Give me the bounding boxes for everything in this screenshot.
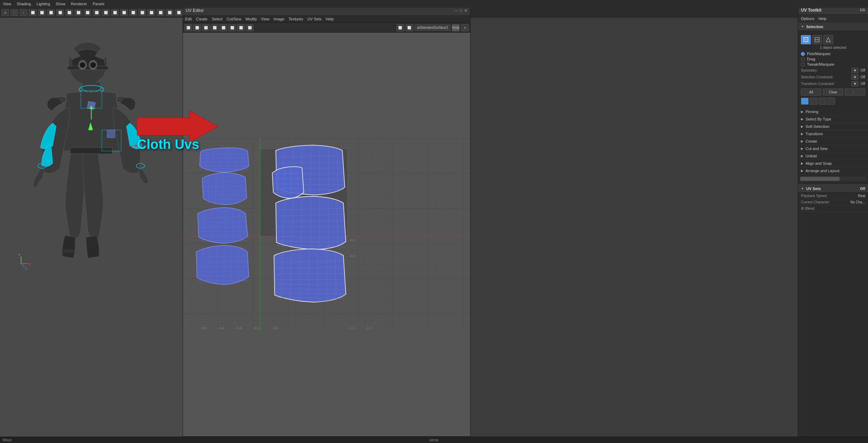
toolbar-btn-17[interactable]: ⬜	[147, 9, 155, 16]
h-scrollbar[interactable]	[800, 177, 866, 181]
transform-constraint-label: Transform Constraint:	[801, 82, 850, 86]
radio-drag[interactable]: Drag	[801, 57, 865, 61]
uv-menu-image[interactable]: Image	[274, 17, 284, 21]
sel-mode-face[interactable]	[823, 35, 833, 44]
clear-button[interactable]: Clear	[823, 89, 843, 96]
uv-menu-modify[interactable]: Modify	[245, 17, 257, 21]
grid-sel-btn-2[interactable]	[810, 98, 817, 105]
menu-show[interactable]: Show	[56, 2, 66, 6]
symmetry-value: Off	[861, 69, 865, 72]
toolbar-btn-20[interactable]: ⬜	[175, 9, 183, 16]
radio-pick-label: Pick/Marquee	[807, 52, 830, 56]
toolbar-btn-4[interactable]: ⬜	[29, 9, 37, 16]
selection-buttons-row: All Clear In...	[801, 89, 865, 96]
uv-menu-textures[interactable]: Textures	[289, 17, 303, 21]
toolbar-btn-11[interactable]: ⬜	[93, 9, 100, 16]
section-soft-selection[interactable]: ▶ Soft Selection	[798, 123, 868, 130]
toolbar-btn-19[interactable]: ⬜	[166, 9, 173, 16]
toolbar-btn-7[interactable]: ⬜	[56, 9, 64, 16]
playback-speed-value: Real	[858, 194, 865, 198]
uv-tool-3[interactable]: ⬜	[202, 24, 210, 31]
align-and-snap-label: Align and Snap	[805, 161, 832, 165]
svg-rect-18	[107, 130, 115, 138]
svg-text:-0.5: -0.5	[200, 326, 207, 330]
toolkit-top-right: 1/A	[860, 8, 865, 12]
toolbar-btn-8[interactable]: ⬜	[65, 9, 73, 16]
uv-tool-2[interactable]: ⬜	[193, 24, 201, 31]
toolbar-btn-3[interactable]: ↑	[20, 9, 27, 16]
selection-constraint-row: Selection Constraint: ▼ Off	[801, 74, 865, 80]
invert-button[interactable]: In...	[845, 89, 865, 96]
uv-menu-select[interactable]: Select	[212, 17, 223, 21]
menu-panels[interactable]: Panels	[93, 2, 105, 6]
all-button[interactable]: All	[801, 89, 821, 96]
toolbar-btn-2[interactable]: ⬛	[11, 9, 18, 16]
section-cut-and-sew[interactable]: ▶ Cut and Sew	[798, 145, 868, 152]
uv-display-btn-1[interactable]: ⬜	[396, 24, 404, 31]
grid-sel-btn-4[interactable]	[827, 98, 835, 105]
radio-tweak-marquee[interactable]: Tweak/Marquee	[801, 62, 865, 66]
toolbar-btn-10[interactable]: ⬜	[84, 9, 91, 16]
section-transform[interactable]: ▶ Transform	[798, 130, 868, 138]
toolbar-btn-15[interactable]: ⬜	[129, 9, 137, 16]
uv-alpha-btn[interactable]: A	[461, 24, 469, 31]
maximize-button[interactable]: □	[460, 8, 462, 13]
uv-canvas[interactable]: -0.5 -0.4 -0.3 -0.2 -0.1 1.1 1.2 -0.1 -0…	[183, 33, 470, 436]
menu-shading[interactable]: Shading	[17, 2, 31, 6]
sel-constraint-dropdown[interactable]: ▼	[851, 74, 859, 80]
section-align-and-snap[interactable]: ▶ Align and Snap	[798, 160, 868, 167]
sel-mode-uv[interactable]	[801, 35, 811, 44]
section-unfold[interactable]: ▶ Unfold	[798, 152, 868, 160]
viewport-3d[interactable]: X Y Z	[0, 18, 183, 437]
uv-sets-arrow-icon: ▼	[801, 187, 804, 190]
uv-menu-create[interactable]: Create	[196, 17, 208, 21]
grid-sel-btn-1[interactable]	[801, 98, 809, 105]
radio-pick-marquee[interactable]: Pick/Marquee	[801, 52, 865, 56]
toolbar-btn-14[interactable]: ⬜	[120, 9, 128, 16]
section-select-by-type[interactable]: ▶ Select By Type	[798, 116, 868, 123]
uv-tool-8[interactable]: ⬜	[246, 24, 254, 31]
close-button[interactable]: ✕	[464, 8, 467, 13]
toolkit-options[interactable]: Options	[801, 17, 814, 21]
uv-menu-cutsew[interactable]: Cut/Sew	[227, 17, 242, 21]
toolbar-btn-16[interactable]: ⬜	[138, 9, 146, 16]
svg-text:-0.4: -0.4	[218, 326, 224, 330]
uv-tool-7[interactable]: ⬜	[237, 24, 245, 31]
uv-color-btn[interactable]: RGB	[452, 24, 460, 31]
uv-tool-5[interactable]: ⬜	[219, 24, 227, 31]
selection-mode-icons	[801, 35, 865, 44]
section-pinning[interactable]: ▶ Pinning	[798, 108, 868, 116]
symmetry-dropdown-arrow[interactable]: ▼	[851, 68, 859, 73]
uv-tool-6[interactable]: ⬜	[228, 24, 236, 31]
toolbar-btn-9[interactable]: ⬜	[74, 9, 82, 16]
uv-menu-help[interactable]: Help	[326, 17, 334, 21]
menu-lighting[interactable]: Lighting	[37, 2, 50, 6]
section-create[interactable]: ▶ Create	[798, 138, 868, 145]
toolkit-help[interactable]: Help	[818, 17, 827, 21]
grid-sel-btn-3[interactable]	[818, 98, 826, 105]
uv-menu-edit[interactable]: Edit	[185, 17, 192, 21]
sel-constraint-label: Selection Constraint:	[801, 75, 850, 79]
selection-arrow-icon: ▼	[801, 25, 804, 28]
toolbar-btn-12[interactable]: ⬜	[102, 9, 110, 16]
menu-view[interactable]: View	[3, 2, 11, 6]
toolbar-btn-1[interactable]: A	[1, 9, 9, 16]
toolbar-btn-5[interactable]: ⬜	[38, 9, 46, 16]
section-uv-sets[interactable]: ▼ UV Sets Off	[798, 184, 868, 193]
uv-tool-4[interactable]: ⬜	[211, 24, 218, 31]
material-selector[interactable]: aiStandardSurface2	[415, 25, 451, 31]
uv-menu-view[interactable]: View	[261, 17, 270, 21]
menu-renderer[interactable]: Renderer	[71, 2, 87, 6]
sel-mode-edge[interactable]	[812, 35, 822, 44]
uv-menu-uvsets[interactable]: UV Sets	[307, 17, 321, 21]
transform-constraint-dropdown[interactable]: ▼	[851, 81, 859, 86]
svg-text:1.2: 1.2	[367, 326, 372, 330]
uv-tool-1[interactable]: ⬜	[184, 24, 192, 31]
toolbar-btn-6[interactable]: ⬜	[47, 9, 55, 16]
toolbar-btn-13[interactable]: ⬜	[111, 9, 119, 16]
section-arrange-and-layout[interactable]: ▶ Arrange and Layout	[798, 167, 868, 175]
minimize-button[interactable]: ─	[455, 8, 458, 13]
toolbar-btn-18[interactable]: ⬜	[157, 9, 164, 16]
uv-display-btn-2[interactable]: ⬜	[406, 24, 413, 31]
section-selection[interactable]: ▼ Selection	[798, 22, 868, 31]
